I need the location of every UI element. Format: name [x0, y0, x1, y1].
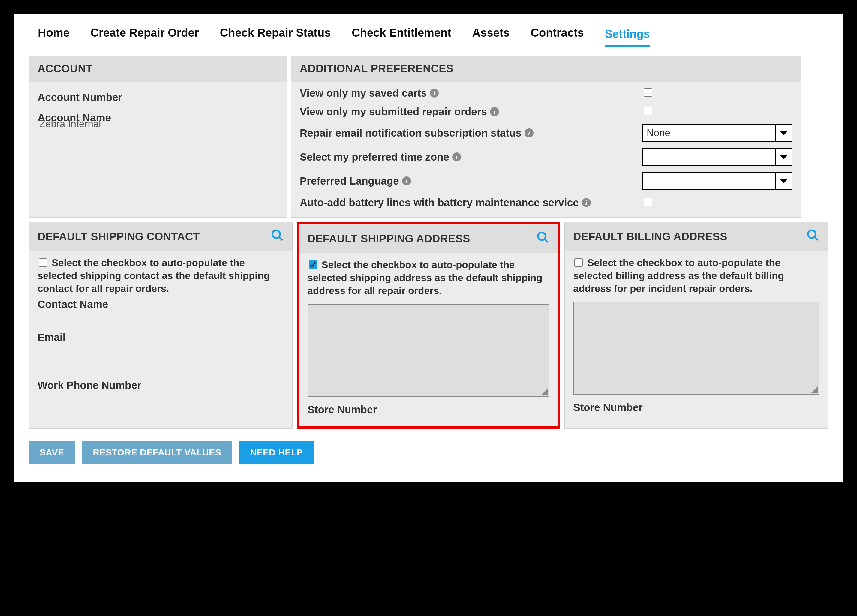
nav-settings[interactable]: Settings	[605, 28, 650, 46]
billing-address-autopop-checkbox[interactable]	[574, 258, 583, 267]
account-number-label: Account Number	[37, 91, 278, 103]
need-help-button[interactable]: NEED HELP	[239, 441, 314, 464]
view-carts-checkbox[interactable]	[644, 88, 652, 97]
shipping-address-autopop-text: Select the checkbox to auto-populate the…	[308, 259, 543, 296]
nav-assets[interactable]: Assets	[472, 26, 510, 42]
shipping-store-label: Store Number	[308, 404, 550, 416]
billing-address-autopop-text: Select the checkbox to auto-populate the…	[573, 257, 784, 294]
work-phone-label: Work Phone Number	[37, 379, 284, 391]
restore-defaults-button[interactable]: RESTORE DEFAULT VALUES	[82, 441, 232, 464]
svg-point-0	[272, 231, 280, 238]
email-sub-label: Repair email notification subscription s…	[300, 127, 521, 139]
svg-line-1	[279, 237, 282, 240]
info-icon[interactable]: i	[524, 128, 534, 138]
nav-contracts[interactable]: Contracts	[531, 26, 584, 42]
search-icon[interactable]	[536, 231, 549, 247]
auto-battery-label: Auto-add battery lines with battery main…	[300, 196, 579, 209]
preferences-panel: ADDITIONAL PREFERENCES View only my save…	[291, 56, 801, 218]
shipping-address-autopop[interactable]: Select the checkbox to auto-populate the…	[308, 258, 550, 297]
account-panel: ACCOUNT Account Number Account Name Zebr…	[29, 56, 287, 218]
info-icon[interactable]: i	[490, 107, 499, 116]
shipping-address-panel: DEFAULT SHIPPING ADDRESS Select the chec…	[297, 222, 560, 429]
shipping-address-heading: DEFAULT SHIPPING ADDRESS	[308, 232, 470, 245]
language-select[interactable]	[642, 172, 792, 190]
info-icon[interactable]: i	[402, 176, 411, 186]
contact-name-label: Contact Name	[37, 298, 284, 310]
top-nav: Home Create Repair Order Check Repair St…	[29, 20, 828, 48]
auto-battery-checkbox[interactable]	[644, 198, 652, 206]
view-orders-checkbox[interactable]	[644, 107, 652, 115]
nav-create-repair-order[interactable]: Create Repair Order	[91, 26, 199, 42]
shipping-contact-autopop-text: Select the checkbox to auto-populate the…	[37, 257, 270, 294]
language-label: Preferred Language	[300, 175, 399, 187]
shipping-contact-heading: DEFAULT SHIPPING CONTACT	[37, 231, 200, 243]
view-orders-label: View only my submitted repair orders	[300, 105, 487, 118]
save-button[interactable]: SAVE	[29, 441, 75, 464]
account-heading: ACCOUNT	[29, 56, 286, 82]
nav-home[interactable]: Home	[38, 26, 70, 42]
chevron-down-icon	[780, 178, 788, 183]
shipping-address-textarea[interactable]	[308, 304, 550, 397]
svg-point-2	[538, 232, 546, 240]
email-label: Email	[37, 331, 284, 343]
chevron-down-icon	[780, 130, 788, 135]
nav-check-repair-status[interactable]: Check Repair Status	[220, 26, 331, 42]
email-sub-value: None	[647, 127, 670, 139]
billing-address-textarea[interactable]	[573, 302, 820, 395]
view-carts-label: View only my saved carts	[300, 87, 427, 99]
email-sub-select[interactable]: None	[642, 124, 792, 142]
account-name-value: Zebra Internal	[39, 118, 278, 130]
svg-line-5	[815, 237, 818, 240]
billing-address-heading: DEFAULT BILLING ADDRESS	[573, 231, 727, 243]
shipping-address-autopop-checkbox[interactable]	[309, 260, 317, 269]
svg-line-3	[545, 239, 548, 243]
preferences-heading: ADDITIONAL PREFERENCES	[291, 56, 801, 82]
billing-store-label: Store Number	[573, 401, 820, 413]
info-icon[interactable]: i	[582, 198, 591, 207]
info-icon[interactable]: i	[452, 152, 461, 161]
search-icon[interactable]	[806, 229, 820, 245]
timezone-label: Select my preferred time zone	[300, 151, 449, 163]
shipping-contact-panel: DEFAULT SHIPPING CONTACT Select the chec…	[29, 222, 292, 429]
chevron-down-icon	[780, 155, 788, 159]
shipping-contact-autopop[interactable]: Select the checkbox to auto-populate the…	[37, 257, 284, 295]
nav-check-entitlement[interactable]: Check Entitlement	[352, 26, 451, 42]
timezone-select[interactable]	[642, 148, 792, 166]
info-icon[interactable]: i	[430, 88, 439, 98]
search-icon[interactable]	[271, 229, 284, 245]
shipping-contact-autopop-checkbox[interactable]	[39, 258, 47, 267]
billing-address-autopop[interactable]: Select the checkbox to auto-populate the…	[573, 257, 820, 295]
svg-point-4	[808, 231, 816, 238]
billing-address-panel: DEFAULT BILLING ADDRESS Select the check…	[565, 222, 828, 429]
